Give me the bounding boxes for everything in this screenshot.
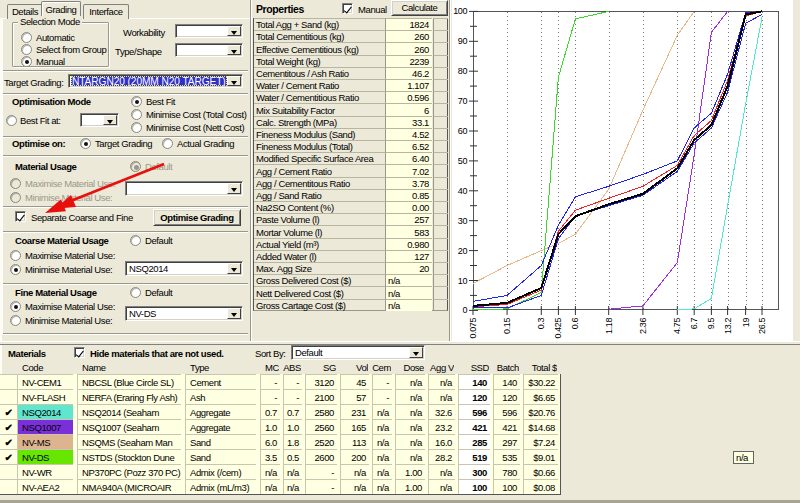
svg-text:60: 60: [458, 126, 468, 136]
svg-text:0.15: 0.15: [502, 318, 512, 334]
svg-text:70: 70: [458, 96, 468, 106]
svg-text:0.075: 0.075: [468, 318, 478, 339]
svg-text:20: 20: [458, 246, 468, 256]
svg-text:26.5: 26.5: [757, 318, 767, 334]
svg-text:1.18: 1.18: [604, 318, 614, 334]
svg-text:9.5: 9.5: [706, 318, 716, 330]
svg-text:0.3: 0.3: [536, 318, 546, 330]
svg-text:90: 90: [458, 36, 468, 46]
svg-text:0.425: 0.425: [553, 318, 563, 339]
svg-text:0: 0: [462, 305, 467, 315]
svg-text:80: 80: [458, 66, 468, 76]
svg-text:50: 50: [458, 156, 468, 166]
svg-text:40: 40: [458, 186, 468, 196]
svg-text:30: 30: [458, 216, 468, 226]
svg-text:2.36: 2.36: [638, 318, 648, 334]
svg-text:4.75: 4.75: [672, 318, 682, 334]
svg-text:10: 10: [458, 276, 468, 286]
svg-text:0.6: 0.6: [570, 318, 580, 330]
svg-text:19: 19: [741, 318, 751, 328]
svg-text:13.2: 13.2: [723, 318, 733, 334]
svg-text:6.7: 6.7: [689, 318, 699, 330]
svg-text:100: 100: [453, 6, 467, 16]
